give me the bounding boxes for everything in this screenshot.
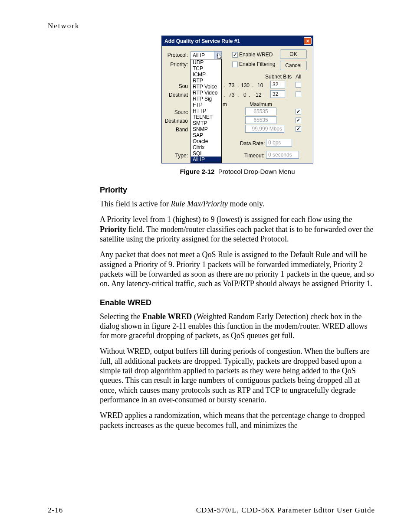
- protocol-option[interactable]: SAP: [191, 132, 221, 138]
- figure-caption: Figure 2-12 Protocol Drop-Down Menu: [100, 168, 375, 175]
- ip-dot: .: [249, 92, 250, 98]
- page-number: 2-16: [48, 506, 63, 515]
- label-source-port: Sourc: [163, 109, 188, 115]
- maximum-header: Maximum: [250, 101, 272, 108]
- dst-ip-d[interactable]: 12: [256, 92, 261, 98]
- protocol-option[interactable]: SNMP: [191, 126, 221, 132]
- wred-p3: WRED applies a randomization, which mean…: [100, 411, 375, 430]
- priority-p2: A Priority level from 1 (highest) to 9 (…: [100, 215, 375, 244]
- data-rate-value[interactable]: 0 bps: [266, 139, 292, 147]
- bandwidth-max[interactable]: 99.999 Mbps: [245, 125, 284, 133]
- protocol-option[interactable]: RTP Video: [191, 90, 221, 96]
- dst-port-all-checkbox[interactable]: [296, 117, 301, 123]
- protocol-option[interactable]: FTP: [191, 102, 221, 108]
- timeout-label: Timeout:: [244, 153, 264, 159]
- enable-filtering-label: Enable Filtering: [239, 61, 275, 67]
- wred-p1: Selecting the Enable WRED (Weighted Rand…: [100, 312, 375, 341]
- src-subnet-bits[interactable]: 32: [270, 81, 285, 88]
- label-source-ip: Sou: [163, 83, 188, 89]
- figure-caption-text: Protocol Drop-Down Menu: [218, 168, 295, 175]
- protocol-option[interactable]: RTP: [191, 78, 221, 84]
- priority-p3: Any packet that does not meet a QoS Rule…: [100, 250, 375, 288]
- src-ip-c[interactable]: 130: [241, 82, 250, 88]
- protocol-dropdown-list[interactable]: UDPTCPICMPRTPRTP VoiceRTP VideoRTP SigFT…: [191, 59, 222, 163]
- protocol-option[interactable]: Citrix: [191, 144, 221, 150]
- src-ip-d[interactable]: 10: [257, 82, 263, 88]
- page-footer: 2-16 CDM-570/L, CDD-56X Parameter Editor…: [48, 506, 375, 515]
- protocol-option[interactable]: SQL: [191, 150, 221, 157]
- protocol-option[interactable]: TELNET: [191, 114, 221, 120]
- protocol-option[interactable]: All IP: [191, 157, 221, 163]
- label-bandwidth: Band: [163, 127, 188, 133]
- protocol-option[interactable]: TCP: [191, 65, 221, 72]
- running-head: Network: [48, 22, 375, 30]
- src-port-max[interactable]: 65535: [245, 108, 276, 115]
- cancel-button[interactable]: Cancel: [280, 61, 307, 70]
- protocol-option[interactable]: RTP Voice: [191, 84, 221, 90]
- qos-rule-dialog: Add Quality of Service Rule #1 × Protoco…: [161, 36, 313, 163]
- src-ip-all-checkbox[interactable]: [296, 82, 301, 88]
- ip-dot: .: [252, 82, 253, 88]
- src-port-all-checkbox[interactable]: [296, 109, 301, 114]
- label-dest-port: Destinatio: [157, 118, 188, 124]
- priority-p1: This field is active for Rule Max/Priori…: [100, 199, 375, 209]
- enable-wred-checkbox[interactable]: [232, 52, 238, 58]
- protocol-option[interactable]: ICMP: [191, 72, 221, 78]
- timeout-value[interactable]: 0 seconds: [266, 151, 299, 159]
- protocol-option[interactable]: UDP: [191, 59, 221, 65]
- ip-dot: .: [237, 92, 239, 98]
- close-button[interactable]: ×: [304, 37, 312, 45]
- figure-2-12: Add Quality of Service Rule #1 × Protoco…: [100, 36, 375, 175]
- protocol-option[interactable]: Oracle: [191, 138, 221, 144]
- ip-dot: .: [223, 92, 225, 98]
- enable-wred-label: Enable WRED: [239, 52, 273, 58]
- label-type: Type:: [163, 153, 188, 159]
- figure-label: Figure 2-12: [180, 168, 214, 175]
- all-header: All: [296, 74, 301, 80]
- dst-ip-all-checkbox[interactable]: [296, 91, 301, 97]
- enable-filtering-checkbox[interactable]: [232, 62, 238, 67]
- bandwidth-all-checkbox[interactable]: [296, 126, 301, 132]
- protocol-selected-value: All IP: [193, 52, 205, 59]
- dialog-titlebar: Add Quality of Service Rule #1 ×: [162, 36, 313, 46]
- subnet-bits-header: Subnet Bits: [265, 74, 292, 80]
- heading-enable-wred: Enable WRED: [100, 298, 375, 307]
- dst-subnet-bits[interactable]: 32: [270, 90, 285, 98]
- ip-dot: .: [237, 82, 239, 88]
- dialog-title: Add Quality of Service Rule #1: [164, 38, 240, 44]
- m-label: m: [223, 101, 227, 108]
- label-dest-ip: Destinat: [154, 92, 188, 98]
- protocol-option[interactable]: RTP Sig: [191, 96, 221, 102]
- data-rate-label: Data Rate:: [240, 140, 265, 147]
- dst-ip-b[interactable]: 73: [229, 92, 234, 98]
- ok-button[interactable]: OK: [280, 49, 307, 59]
- src-ip-b[interactable]: 73: [229, 82, 234, 88]
- dst-ip-c[interactable]: 0: [243, 92, 246, 98]
- heading-priority: Priority: [100, 186, 375, 195]
- label-priority: Priority:: [163, 62, 188, 68]
- protocol-option[interactable]: HTTP: [191, 108, 221, 114]
- close-icon: ×: [306, 38, 309, 44]
- protocol-option[interactable]: SMTP: [191, 120, 221, 126]
- wred-p2: Without WRED, output buffers fill during…: [100, 346, 375, 405]
- label-protocol: Protocol:: [163, 52, 188, 58]
- dst-port-max[interactable]: 65535: [245, 116, 276, 124]
- footer-doc-title: CDM-570/L, CDD-56X Parameter Editor User…: [196, 506, 375, 515]
- ip-dot: .: [223, 82, 225, 88]
